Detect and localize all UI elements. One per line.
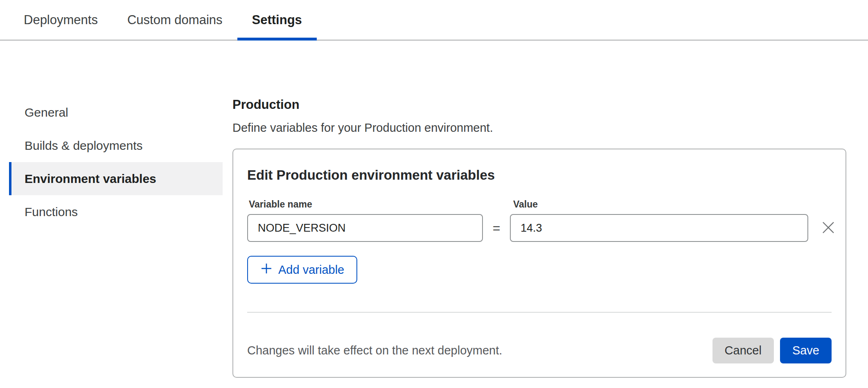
variable-value-input[interactable] [510,214,808,242]
card-footer: Changes will take effect on the next dep… [247,338,832,363]
page-content: General Builds & deployments Environment… [0,41,868,378]
environment-variables-card: Edit Production environment variables Va… [232,149,846,378]
tab-deployments[interactable]: Deployments [9,0,113,40]
variable-row: = [247,214,832,242]
equals-separator: = [483,221,510,236]
section-title: Production [232,96,846,114]
sidebar-item-general[interactable]: General [9,96,223,129]
card-divider [247,312,832,313]
labels-spacer [483,198,510,211]
tab-bar: Deployments Custom domains Settings [0,0,868,41]
field-labels-row: Variable name Value [247,198,832,211]
sidebar-item-functions[interactable]: Functions [9,195,223,228]
main-panel: Production Define variables for your Pro… [232,96,846,378]
add-variable-label: Add variable [278,263,344,277]
add-variable-button[interactable]: Add variable [247,256,357,284]
remove-variable-button[interactable] [819,219,837,237]
section-description: Define variables for your Production env… [232,120,846,136]
sidebar-item-environment-variables[interactable]: Environment variables [9,162,223,195]
value-label: Value [510,198,808,211]
variable-name-input[interactable] [247,214,483,242]
tab-custom-domains[interactable]: Custom domains [113,0,237,40]
cancel-button[interactable]: Cancel [712,338,774,363]
deployment-note: Changes will take effect on the next dep… [247,344,502,357]
variable-name-label: Variable name [247,198,483,211]
card-title: Edit Production environment variables [247,166,832,185]
footer-actions: Cancel Save [712,338,832,363]
settings-sidebar: General Builds & deployments Environment… [9,96,223,228]
save-button[interactable]: Save [780,338,832,363]
plus-icon [260,262,273,277]
close-x-icon [821,221,835,236]
sidebar-item-builds-deployments[interactable]: Builds & deployments [9,129,223,162]
tab-settings[interactable]: Settings [237,0,317,40]
